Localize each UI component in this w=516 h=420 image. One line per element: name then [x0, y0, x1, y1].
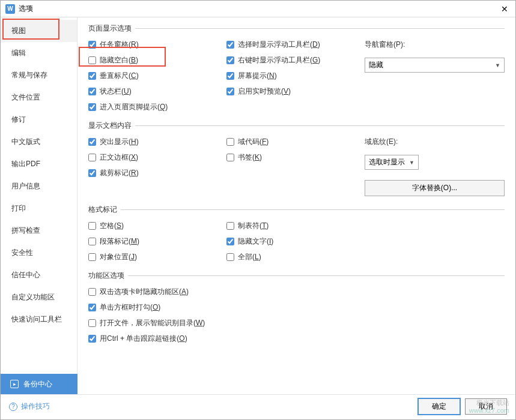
checkbox-label: 对象位置(J) — [100, 252, 137, 262]
field-shading-label: 域底纹(E): — [365, 137, 505, 147]
checkbox-option[interactable]: 域代码(F) — [226, 137, 365, 147]
checkbox-option[interactable]: 裁剪标记(R) — [88, 168, 226, 178]
sidebar-item[interactable]: 打印 — [1, 197, 77, 220]
checkbox-input[interactable] — [226, 41, 234, 49]
checkbox-input[interactable] — [226, 222, 234, 230]
checkbox-input[interactable] — [88, 72, 96, 80]
checkbox-option[interactable]: 屏幕提示(N) — [226, 71, 365, 81]
checkbox-label: 书签(K) — [238, 152, 262, 163]
checkbox-input[interactable] — [88, 222, 96, 230]
checkbox-input[interactable] — [88, 154, 96, 161]
checkbox-label: 裁剪标记(R) — [100, 168, 139, 178]
checkbox-option[interactable]: 状态栏(U) — [88, 86, 226, 97]
content-panel: 页面显示选项 任务窗格(R)隐藏空白(B)垂直标尺(C)状态栏(U)进入页眉页脚… — [77, 17, 515, 394]
checkbox-option[interactable]: 单击方框时打勾(O) — [88, 302, 505, 313]
checkbox-label: 打开文件，展示智能识别目录(W) — [100, 318, 205, 328]
section-legend: 格式标记 — [88, 205, 121, 215]
field-shading-select[interactable]: 选取时显示 ▼ — [365, 155, 419, 170]
nav-pane-label: 导航窗格(P): — [365, 40, 505, 50]
checkbox-input[interactable] — [226, 88, 234, 95]
checkbox-input[interactable] — [88, 238, 96, 245]
checkbox-option[interactable]: 打开文件，展示智能识别目录(W) — [88, 318, 505, 328]
sidebar-item[interactable]: 安全性 — [1, 242, 77, 264]
checkbox-input[interactable] — [88, 56, 96, 64]
checkbox-label: 全部(L) — [238, 252, 261, 262]
checkbox-option[interactable]: 空格(S) — [88, 221, 226, 231]
checkbox-option[interactable]: 启用实时预览(V) — [226, 86, 365, 97]
sidebar-item[interactable]: 自定义功能区 — [1, 286, 77, 308]
section-legend: 显示文档内容 — [88, 121, 135, 131]
checkbox-option[interactable]: 用Ctrl + 单击跟踪超链接(O) — [88, 334, 505, 344]
ok-button[interactable]: 确定 — [418, 398, 460, 415]
checkbox-input[interactable] — [226, 253, 234, 261]
section-legend: 功能区选项 — [88, 271, 128, 281]
checkbox-label: 单击方框时打勾(O) — [100, 302, 160, 313]
sidebar-item[interactable]: 常规与保存 — [1, 64, 77, 86]
checkbox-option[interactable]: 书签(K) — [226, 152, 365, 163]
checkbox-label: 任务窗格(R) — [100, 40, 139, 50]
section-ribbon-options: 功能区选项 双击选项卡时隐藏功能区(A)单击方框时打勾(O)打开文件，展示智能识… — [88, 271, 505, 344]
checkbox-option[interactable]: 突出显示(H) — [88, 137, 226, 147]
checkbox-input[interactable] — [88, 169, 96, 177]
checkbox-input[interactable] — [88, 304, 96, 311]
sidebar-item[interactable]: 输出PDF — [1, 153, 77, 175]
checkbox-input[interactable] — [226, 238, 234, 245]
checkbox-label: 正文边框(X) — [100, 152, 138, 163]
tips-link[interactable]: ? 操作技巧 — [9, 401, 50, 412]
checkbox-option[interactable]: 对象位置(J) — [88, 252, 226, 262]
main-area: 视图编辑常规与保存文件位置修订中文版式输出PDF用户信息打印拼写检查安全性信任中… — [1, 17, 515, 394]
section-page-display: 页面显示选项 任务窗格(R)隐藏空白(B)垂直标尺(C)状态栏(U)进入页眉页脚… — [88, 23, 505, 112]
sidebar-item[interactable]: 快速访问工具栏 — [1, 308, 77, 331]
sidebar-item[interactable]: 拼写检查 — [1, 220, 77, 242]
app-icon: W — [5, 4, 15, 14]
sidebar-item[interactable]: 信任中心 — [1, 264, 77, 286]
checkbox-option[interactable]: 隐藏文字(I) — [226, 236, 365, 247]
cancel-button[interactable]: 取消 — [465, 398, 507, 415]
checkbox-label: 进入页眉页脚提示(Q) — [100, 102, 168, 112]
checkbox-option[interactable]: 正文边框(X) — [88, 152, 226, 163]
checkbox-input[interactable] — [88, 138, 96, 146]
checkbox-option[interactable]: 进入页眉页脚提示(Q) — [88, 102, 226, 112]
checkbox-input[interactable] — [226, 72, 234, 80]
checkbox-label: 隐藏空白(B) — [100, 55, 138, 65]
checkbox-option[interactable]: 右键时显示浮动工具栏(G) — [226, 55, 365, 65]
checkbox-input[interactable] — [226, 154, 234, 161]
checkbox-label: 垂直标尺(C) — [100, 71, 139, 81]
checkbox-option[interactable]: 段落标记(M) — [88, 236, 226, 247]
sidebar-item[interactable]: 文件位置 — [1, 86, 77, 109]
checkbox-input[interactable] — [88, 41, 96, 49]
checkbox-label: 空格(S) — [100, 221, 124, 231]
sidebar-item[interactable]: 视图 — [1, 20, 77, 42]
checkbox-label: 右键时显示浮动工具栏(G) — [238, 55, 320, 65]
backup-center-button[interactable]: ▸ 备份中心 — [1, 374, 77, 394]
checkbox-option[interactable]: 任务窗格(R) — [88, 40, 226, 50]
checkbox-input[interactable] — [88, 88, 96, 95]
close-icon[interactable]: ✕ — [499, 4, 511, 14]
checkbox-option[interactable]: 隐藏空白(B) — [88, 55, 226, 65]
backup-icon: ▸ — [10, 380, 19, 388]
checkbox-option[interactable]: 制表符(T) — [226, 221, 365, 231]
checkbox-input[interactable] — [88, 319, 96, 327]
checkbox-label: 选择时显示浮动工具栏(D) — [238, 40, 320, 50]
checkbox-label: 隐藏文字(I) — [238, 236, 273, 247]
checkbox-label: 用Ctrl + 单击跟踪超链接(O) — [100, 334, 187, 344]
checkbox-label: 突出显示(H) — [100, 137, 139, 147]
checkbox-input[interactable] — [226, 138, 234, 146]
sidebar-item[interactable]: 修订 — [1, 109, 77, 131]
checkbox-option[interactable]: 全部(L) — [226, 252, 365, 262]
checkbox-option[interactable]: 双击选项卡时隐藏功能区(A) — [88, 287, 505, 297]
sidebar-item[interactable]: 编辑 — [1, 42, 77, 64]
checkbox-input[interactable] — [88, 253, 96, 261]
nav-pane-select[interactable]: 隐藏 ▼ — [365, 58, 505, 73]
checkbox-input[interactable] — [88, 288, 96, 296]
sidebar-item[interactable]: 中文版式 — [1, 131, 77, 153]
checkbox-input[interactable] — [88, 103, 96, 111]
sidebar-item[interactable]: 用户信息 — [1, 175, 77, 197]
checkbox-input[interactable] — [226, 56, 234, 64]
checkbox-option[interactable]: 选择时显示浮动工具栏(D) — [226, 40, 365, 50]
window-title: 选项 — [19, 4, 499, 14]
checkbox-label: 状态栏(U) — [100, 86, 132, 97]
font-substitution-button[interactable]: 字体替换(O)... — [365, 180, 505, 196]
checkbox-option[interactable]: 垂直标尺(C) — [88, 71, 226, 81]
checkbox-input[interactable] — [88, 335, 96, 343]
